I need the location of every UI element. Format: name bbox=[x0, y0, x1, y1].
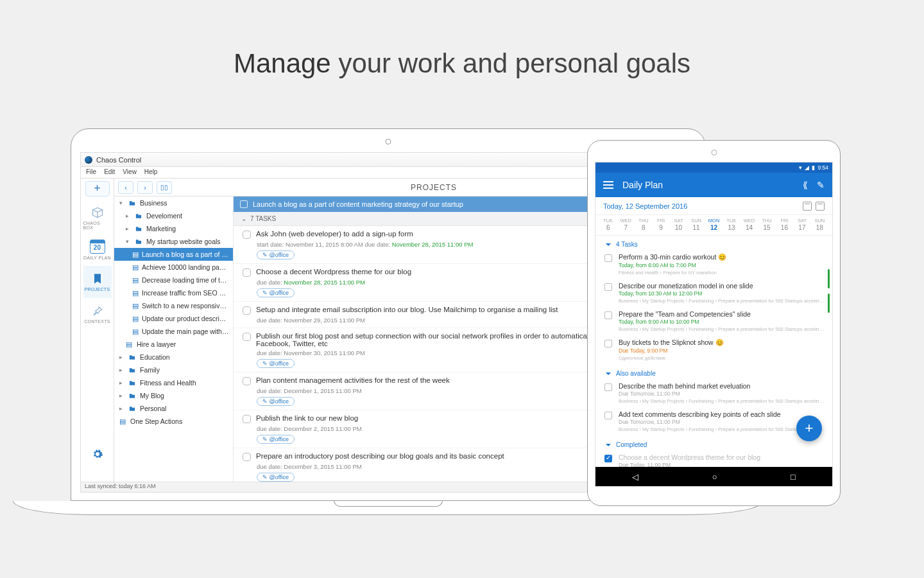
tree-doc[interactable]: ▤Decrease loading time of the website ..… bbox=[114, 274, 233, 286]
menu-view[interactable]: View bbox=[123, 168, 137, 177]
task-breadcrumb: Одиночное действие bbox=[619, 355, 825, 361]
chevron-down-icon: ▾ bbox=[126, 238, 131, 245]
task-checkbox[interactable] bbox=[243, 231, 251, 239]
layout-toggle-button[interactable]: ▯▯ bbox=[157, 181, 172, 194]
task-checkbox[interactable] bbox=[604, 455, 612, 462]
rail-projects[interactable]: PROJECTS bbox=[83, 266, 112, 298]
task-checkbox[interactable] bbox=[243, 333, 251, 341]
tablet-task-row[interactable]: Buy tickets to the Slipknot show 😊Due To… bbox=[595, 336, 832, 365]
tree-doc[interactable]: ▤Achieve 10000 landing page unique vis..… bbox=[114, 261, 233, 274]
add-button[interactable]: + bbox=[85, 181, 110, 197]
tablet-task-row[interactable]: Choose a decent Wordpress theme for our … bbox=[595, 451, 832, 467]
tree-folder-my-blog[interactable]: ▸My Blog bbox=[114, 389, 233, 402]
fab-add-button[interactable]: + bbox=[796, 416, 822, 441]
task-checkbox[interactable] bbox=[243, 415, 251, 423]
task-checkbox[interactable] bbox=[604, 311, 612, 319]
task-title: Prepare the "Team and Competencies" slid… bbox=[619, 310, 825, 318]
tree-folder-education[interactable]: ▸Education bbox=[114, 351, 233, 363]
tree-folder-business[interactable]: ▾Business bbox=[114, 197, 233, 209]
calendar-range-icon[interactable] bbox=[816, 202, 825, 211]
section-header[interactable]: 4 Tasks bbox=[595, 236, 832, 250]
task-checkbox[interactable] bbox=[243, 453, 251, 461]
tablet-task-row[interactable]: Prepare the "Team and Competencies" slid… bbox=[595, 308, 832, 336]
tablet-task-row[interactable]: Describe our monetization model in one s… bbox=[595, 279, 832, 308]
nav-home-icon[interactable]: ○ bbox=[712, 472, 717, 482]
task-breadcrumb: Business › My Startup Projects › Fundrai… bbox=[619, 326, 825, 332]
tree-folder-personal[interactable]: ▸Personal bbox=[114, 402, 233, 415]
weekday-cell[interactable]: WED14 bbox=[740, 218, 758, 231]
weekday-cell[interactable]: MON12 bbox=[705, 218, 723, 231]
context-tag[interactable]: ✎ @office bbox=[257, 397, 295, 406]
tree-doc[interactable]: ▤Update our product description with s..… bbox=[114, 312, 233, 325]
menu-help[interactable]: Help bbox=[144, 168, 158, 177]
folder-icon bbox=[128, 354, 137, 361]
task-checkbox[interactable] bbox=[243, 268, 251, 277]
chevron-right-icon: ▸ bbox=[119, 380, 124, 386]
task-checkbox[interactable] bbox=[604, 412, 612, 419]
weekday-cell[interactable]: TUE13 bbox=[723, 218, 740, 231]
tree-doc-hire-lawyer[interactable]: ▤Hire a lawyer bbox=[114, 338, 233, 351]
weekday-cell[interactable]: FRI16 bbox=[776, 218, 793, 231]
weekday-cell[interactable]: SAT10 bbox=[670, 218, 687, 231]
nav-forward-button[interactable]: › bbox=[137, 181, 153, 194]
document-icon bbox=[240, 200, 248, 208]
task-subtitle: Today, from 10:30 AM to 12:00 PM bbox=[619, 290, 825, 297]
rail-contexts[interactable]: CONTEXTS bbox=[83, 298, 112, 330]
weekday-cell[interactable]: SUN18 bbox=[811, 218, 828, 231]
tree-doc[interactable]: ▤Update the main page with new graphi... bbox=[114, 325, 233, 338]
tree-folder-my-startup[interactable]: ▾My startup website goals bbox=[114, 235, 233, 248]
context-tag[interactable]: ✎ @office bbox=[257, 250, 295, 259]
calendar-icon[interactable] bbox=[803, 202, 812, 211]
folder-icon bbox=[134, 238, 143, 245]
rail-chaos-box[interactable]: CHAOS BOX bbox=[83, 202, 112, 234]
weekday-cell[interactable]: TUE6 bbox=[599, 218, 617, 231]
menu-file[interactable]: File bbox=[86, 168, 96, 177]
nav-back-icon[interactable]: ◁ bbox=[632, 472, 638, 482]
week-strip[interactable]: TUE6WED7THU8FRI9SAT10SUN11MON12TUE13WED1… bbox=[595, 215, 832, 236]
weekday-cell[interactable]: WED7 bbox=[617, 218, 634, 231]
task-checkbox[interactable] bbox=[243, 306, 251, 315]
task-checkbox[interactable] bbox=[604, 254, 612, 262]
tablet-task-list: 4 TasksPerform a 30-min cardio workout 😊… bbox=[595, 236, 832, 467]
task-title: Setup and integrate email subscription i… bbox=[256, 306, 558, 313]
tree-folder-marketing[interactable]: ▸Marketing bbox=[114, 222, 233, 235]
headline: Manage your work and personal goals bbox=[0, 0, 924, 79]
menu-edit[interactable]: Edit bbox=[104, 168, 115, 177]
context-tag[interactable]: ✎ @office bbox=[257, 435, 295, 444]
context-tag[interactable]: ✎ @office bbox=[257, 359, 295, 368]
tree-folder-fitness[interactable]: ▸Fitness and Health bbox=[114, 376, 233, 389]
tree-doc[interactable]: ▤Increase traffic from SEO by 300% bbox=[114, 286, 233, 299]
task-checkbox[interactable] bbox=[604, 383, 612, 391]
tree-doc[interactable]: ▤Switch to a new responsive wordpress ..… bbox=[114, 299, 233, 312]
tree-folder-development[interactable]: ▸Develoment bbox=[114, 209, 233, 222]
tablet-task-row[interactable]: Perform a 30-min cardio workout 😊Today, … bbox=[595, 250, 832, 279]
context-tag[interactable]: ✎ @office bbox=[257, 473, 295, 482]
battery-icon: ▮ bbox=[812, 164, 815, 171]
task-checkbox[interactable] bbox=[243, 377, 251, 385]
weekday-cell[interactable]: FRI9 bbox=[652, 218, 669, 231]
edit-button[interactable]: ✎ bbox=[817, 180, 825, 190]
status-time: 9:54 bbox=[817, 164, 828, 171]
rail-daily-plan[interactable]: 20 DAILY PLAN bbox=[83, 234, 112, 266]
weekday-cell[interactable]: THU8 bbox=[635, 218, 652, 231]
task-checkbox[interactable] bbox=[604, 340, 612, 347]
context-tag[interactable]: ✎ @office bbox=[257, 288, 295, 297]
nav-back-button[interactable]: ‹ bbox=[118, 181, 133, 194]
task-title: Perform a 30-min cardio workout 😊 bbox=[619, 253, 825, 261]
tree-doc-one-step[interactable]: ▤One Step Actions bbox=[114, 415, 233, 428]
share-button[interactable]: ⟪ bbox=[803, 180, 808, 190]
document-icon: ▤ bbox=[132, 263, 139, 271]
weekday-cell[interactable]: SUN11 bbox=[687, 218, 705, 231]
tree-folder-family[interactable]: ▸Family bbox=[114, 363, 233, 376]
section-header[interactable]: Completed bbox=[595, 436, 832, 451]
weekday-cell[interactable]: SAT17 bbox=[793, 218, 810, 231]
hamburger-menu-button[interactable] bbox=[603, 179, 613, 191]
tablet-task-row[interactable]: Describe the math behind market eveluati… bbox=[595, 380, 832, 408]
tree-doc[interactable]: ▤Launch a blog as a part of content ma..… bbox=[114, 248, 233, 261]
task-checkbox[interactable] bbox=[604, 283, 612, 291]
settings-button[interactable] bbox=[92, 448, 103, 462]
bookmark-icon bbox=[90, 272, 105, 285]
weekday-cell[interactable]: THU15 bbox=[758, 218, 775, 231]
nav-recent-icon[interactable]: □ bbox=[791, 472, 796, 482]
section-header[interactable]: Also available bbox=[595, 365, 832, 380]
